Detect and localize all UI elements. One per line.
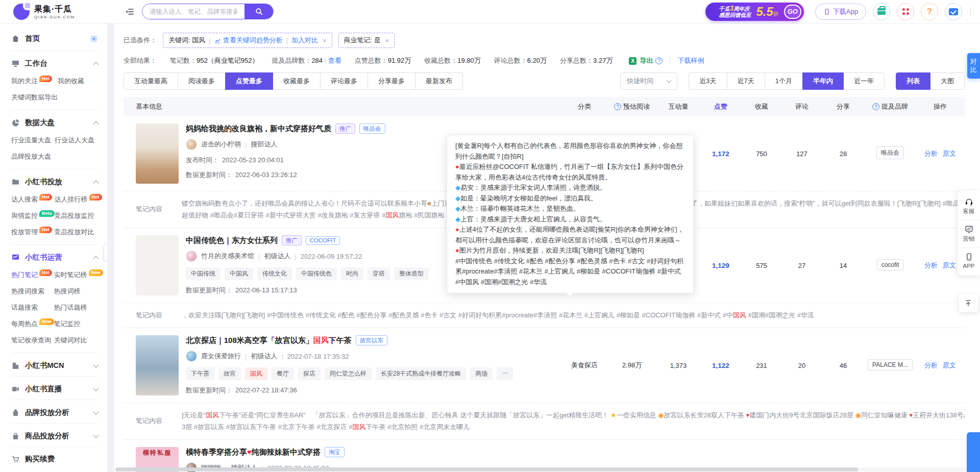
remove-business-filter-icon[interactable]: × (385, 37, 389, 44)
analyze-link[interactable]: 分析 (924, 361, 938, 369)
sidebar-section-toggle-4[interactable]: 小红书MCN (11, 359, 98, 372)
sidebar-item-2-3[interactable]: 竞品投放监控 (55, 208, 102, 223)
sidebar-item-3-8[interactable]: 笔记收录查询 (11, 333, 54, 348)
sidebar-item-3-0[interactable]: 热门笔记Hot (11, 267, 54, 283)
sort-tab-5[interactable]: 分享最多 (368, 72, 415, 90)
rail-item-APP[interactable]: APP (958, 247, 980, 274)
sidebar-collapse-handle[interactable]: « (104, 244, 107, 261)
brand-tag[interactable]: 淘宝 (325, 447, 345, 457)
corner-floating-button[interactable] (967, 432, 980, 472)
sidebar-section-toggle-7[interactable]: 商品投放分析 (11, 429, 98, 443)
time-range-3[interactable]: 半年内 (802, 72, 844, 90)
help-icon[interactable]: ? (921, 3, 938, 20)
note-title[interactable]: 妈妈给我挑的改良旗袍，新中式穿搭好气质 (186, 124, 331, 134)
brand-logo[interactable]: 果集·千瓜 QIAN-GUA.COM (13, 4, 107, 20)
apps-grid-icon[interactable] (897, 3, 914, 20)
promo-go-button[interactable]: GO (784, 5, 801, 19)
export-button[interactable]: X 导出 (629, 56, 653, 65)
keyword-trend-link[interactable]: 查看关键词趋势分析 (214, 36, 283, 45)
author-avatar[interactable] (186, 251, 197, 262)
mentioned-brand-chip[interactable]: PALACE M... (868, 359, 913, 370)
time-range-2[interactable]: 1个月 (765, 72, 803, 90)
sidebar-item-2-1[interactable]: 达人排行榜Hot (55, 192, 102, 207)
analyze-link[interactable]: 分析 (924, 150, 938, 157)
sidebar-item-0-0[interactable]: 我的关注Hot (11, 73, 58, 89)
export-info-icon[interactable]: ? (655, 57, 663, 64)
remove-keyword-filter-icon[interactable]: × (323, 37, 327, 44)
analyze-link[interactable]: 分析 (924, 261, 938, 269)
column-header-4[interactable]: 点赞 (700, 102, 741, 111)
compare-floating-tab[interactable]: 对比 (967, 53, 980, 79)
brand-tag[interactable]: COCOFIT (306, 236, 340, 245)
author-avatar[interactable] (186, 351, 197, 362)
author-name[interactable]: 鹿女侠爱旅行 (201, 352, 241, 361)
author-name[interactable]: 竹月的灵感美术馆 (201, 252, 254, 261)
sidebar-section-toggle-5[interactable]: 小红书直播 (11, 382, 98, 396)
view-mode-1[interactable]: 大图 (930, 72, 965, 90)
column-header-2[interactable]: ? 预估阅读 (607, 102, 656, 111)
rail-item-客服[interactable]: 客服 (958, 193, 980, 220)
sort-tab-4[interactable]: 评论最多 (320, 72, 368, 90)
download-sample-link[interactable]: 下载样例 (677, 56, 704, 65)
note-title[interactable]: 模特春季穿搭分享♥纯御辣妹新中式穿搭 (186, 448, 321, 457)
column-info-icon[interactable]: ? (872, 103, 879, 110)
sidebar-section-toggle-1[interactable]: 数据大盘 (11, 116, 98, 130)
rail-item-营销[interactable]: 营销 (958, 220, 980, 247)
sidebar-item-0-1[interactable]: 我的收藏 (58, 73, 98, 89)
anniversary-promo-banner[interactable]: 千瓜3周年庆 感恩回馈低至 5.5 折 GO (705, 3, 803, 21)
column-header-5[interactable]: 收藏 (741, 102, 782, 111)
search-input[interactable] (142, 4, 244, 19)
view-brands-link[interactable]: 查看 (328, 57, 341, 64)
author-name[interactable]: 进击的小柠萌 (201, 140, 241, 149)
horizontal-scrollbar[interactable] (115, 467, 979, 471)
column-info-icon[interactable]: ? (614, 103, 621, 110)
view-mode-0[interactable]: 列表 (896, 72, 930, 90)
sort-tab-2[interactable]: 点赞最多 (225, 72, 273, 90)
source-link[interactable]: 原文 (943, 361, 956, 369)
sidebar-settings-gear-icon[interactable] (90, 35, 98, 43)
note-thumbnail[interactable] (136, 123, 179, 184)
column-header-9[interactable]: 操作 (916, 102, 965, 111)
sidebar-item-3-2[interactable]: 热搜词搜索 (11, 284, 54, 299)
sidebar-item-3-1[interactable]: 实时笔记榜New (54, 267, 104, 283)
sidebar-item-buy-renew[interactable]: 购买续费 (11, 446, 98, 471)
sidebar-item-2-5[interactable]: 竞品投放对比 (55, 225, 102, 240)
filter-chip-business-note[interactable]: 商业笔记: 是 × (338, 33, 395, 48)
messages-icon[interactable] (945, 3, 962, 20)
quick-time-dropdown[interactable]: 快捷时间 (620, 72, 677, 90)
sidebar-item-3-4[interactable]: 话题搜索 (11, 300, 54, 315)
sidebar-item-3-3[interactable]: 热搜词榜 (54, 284, 104, 299)
mentioned-brand-chip[interactable]: 唯品会 (876, 146, 904, 159)
sort-tab-6[interactable]: 最新发布 (415, 72, 463, 90)
note-thumbnail[interactable] (136, 335, 179, 395)
back-to-top-button[interactable] (959, 294, 978, 312)
column-header-8[interactable]: ? 提及品牌 (865, 102, 916, 111)
sidebar-item-3-6[interactable]: 每周热点New (11, 316, 54, 332)
column-header-3[interactable]: 互动量 (656, 102, 700, 111)
time-range-0[interactable]: 近3天 (689, 72, 727, 90)
toolbox-icon[interactable] (873, 3, 890, 20)
mentioned-brand-chip[interactable]: cocofit (877, 259, 904, 270)
sidebar-item-0-2[interactable]: 关键词数据导出 (11, 90, 58, 105)
column-header-1[interactable]: 分类 (561, 102, 607, 111)
note-title[interactable]: 北京探店｜108米高空享「故宫以东」国风下午茶 (186, 336, 352, 345)
sidebar-item-2-0[interactable]: 达人搜索Hot (11, 192, 55, 207)
sidebar-item-3-9[interactable]: 关键词对比 (54, 333, 104, 348)
column-header-0[interactable]: 基本信息 (124, 102, 561, 111)
sidebar-section-toggle-6[interactable]: 品牌投放分析 (11, 406, 98, 419)
add-to-compare-link[interactable]: 加入对比 (291, 36, 318, 45)
sidebar-item-1-2[interactable]: 品牌投放大盘 (11, 149, 55, 164)
sidebar-item-2-2[interactable]: 舆情监控Beta (11, 208, 55, 223)
sidebar-item-1-1[interactable]: 行业达人大盘 (55, 133, 98, 148)
sidebar-section-toggle-3[interactable]: 小红书运营 (11, 251, 98, 264)
sidebar-item-3-7[interactable]: 笔记监控 (54, 316, 104, 332)
sidebar-item-3-5[interactable]: 热门话题榜 (54, 300, 104, 315)
brand-tag[interactable]: 故宫以东 (356, 335, 387, 345)
search-button[interactable] (244, 4, 273, 19)
brand-tag[interactable]: 唯品会 (359, 123, 385, 134)
scrollbar-thumb[interactable] (115, 467, 858, 471)
author-avatar[interactable] (186, 139, 197, 150)
column-header-6[interactable]: 评论 (782, 102, 822, 111)
sidebar-item-2-4[interactable]: 投放管理Hot (11, 225, 55, 240)
sidebar-section-toggle-0[interactable]: 工作台 (11, 57, 98, 70)
